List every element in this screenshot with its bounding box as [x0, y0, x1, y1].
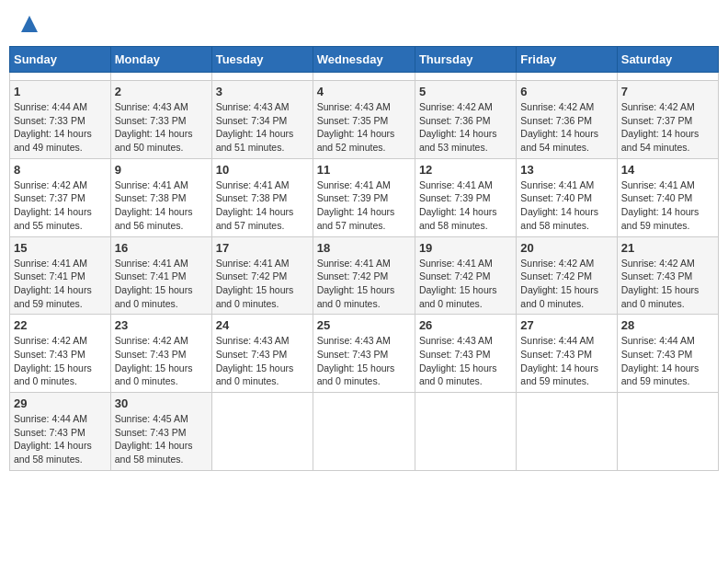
- calendar-cell: 6Sunrise: 4:42 AM Sunset: 7:36 PM Daylig…: [517, 81, 617, 159]
- day-info: Sunrise: 4:42 AM Sunset: 7:43 PM Dayligh…: [115, 334, 208, 388]
- calendar-cell: 3Sunrise: 4:43 AM Sunset: 7:34 PM Daylig…: [211, 81, 313, 159]
- day-info: Sunrise: 4:41 AM Sunset: 7:39 PM Dayligh…: [419, 178, 512, 233]
- day-number: 28: [621, 318, 714, 332]
- calendar-cell: 17Sunrise: 4:41 AM Sunset: 7:42 PM Dayli…: [211, 236, 313, 315]
- calendar-cell: 30Sunrise: 4:45 AM Sunset: 7:43 PM Dayli…: [110, 393, 211, 471]
- day-info: Sunrise: 4:43 AM Sunset: 7:34 PM Dayligh…: [216, 100, 309, 155]
- day-number: 21: [621, 241, 714, 255]
- calendar-cell: 29Sunrise: 4:44 AM Sunset: 7:43 PM Dayli…: [10, 393, 111, 471]
- calendar-cell: 22Sunrise: 4:42 AM Sunset: 7:43 PM Dayli…: [10, 315, 111, 393]
- day-number: 24: [216, 318, 309, 332]
- day-number: 13: [520, 163, 612, 177]
- day-header-friday: Friday: [517, 47, 617, 73]
- day-info: Sunrise: 4:42 AM Sunset: 7:42 PM Dayligh…: [520, 257, 612, 311]
- calendar-cell: [415, 73, 516, 81]
- day-number: 19: [419, 241, 512, 255]
- day-number: 15: [14, 241, 107, 255]
- day-number: 3: [216, 85, 309, 98]
- day-header-tuesday: Tuesday: [211, 47, 313, 73]
- calendar-cell: 18Sunrise: 4:41 AM Sunset: 7:42 PM Dayli…: [313, 236, 415, 315]
- day-header-saturday: Saturday: [617, 47, 718, 73]
- day-header-monday: Monday: [110, 47, 211, 73]
- calendar-cell: 23Sunrise: 4:42 AM Sunset: 7:43 PM Dayli…: [110, 315, 211, 393]
- calendar-cell: [211, 73, 313, 81]
- day-info: Sunrise: 4:43 AM Sunset: 7:43 PM Dayligh…: [419, 334, 512, 388]
- svg-marker-0: [21, 16, 38, 32]
- day-info: Sunrise: 4:44 AM Sunset: 7:43 PM Dayligh…: [520, 334, 612, 388]
- day-info: Sunrise: 4:41 AM Sunset: 7:42 PM Dayligh…: [216, 257, 309, 311]
- day-info: Sunrise: 4:41 AM Sunset: 7:39 PM Dayligh…: [317, 178, 411, 233]
- calendar-cell: [313, 393, 415, 471]
- day-number: 17: [216, 241, 309, 255]
- day-info: Sunrise: 4:41 AM Sunset: 7:38 PM Dayligh…: [216, 178, 309, 233]
- calendar-cell: [211, 393, 313, 471]
- day-info: Sunrise: 4:42 AM Sunset: 7:36 PM Dayligh…: [520, 100, 612, 155]
- calendar-cell: [617, 393, 718, 471]
- day-number: 26: [419, 318, 512, 332]
- day-number: 4: [317, 85, 411, 98]
- day-number: 11: [317, 163, 411, 177]
- day-number: 6: [520, 85, 612, 98]
- day-number: 8: [14, 163, 107, 177]
- day-info: Sunrise: 4:43 AM Sunset: 7:33 PM Dayligh…: [115, 100, 208, 155]
- calendar-cell: [313, 73, 415, 81]
- calendar-cell: 24Sunrise: 4:43 AM Sunset: 7:43 PM Dayli…: [211, 315, 313, 393]
- day-info: Sunrise: 4:42 AM Sunset: 7:37 PM Dayligh…: [621, 100, 714, 155]
- calendar-cell: 19Sunrise: 4:41 AM Sunset: 7:42 PM Dayli…: [415, 236, 516, 315]
- calendar-cell: 15Sunrise: 4:41 AM Sunset: 7:41 PM Dayli…: [10, 236, 111, 315]
- calendar-cell: 14Sunrise: 4:41 AM Sunset: 7:40 PM Dayli…: [617, 158, 718, 236]
- day-info: Sunrise: 4:41 AM Sunset: 7:40 PM Dayligh…: [520, 178, 612, 233]
- calendar-cell: 5Sunrise: 4:42 AM Sunset: 7:36 PM Daylig…: [415, 81, 516, 159]
- calendar-cell: 2Sunrise: 4:43 AM Sunset: 7:33 PM Daylig…: [110, 81, 211, 159]
- day-number: 12: [419, 163, 512, 177]
- day-number: 1: [14, 85, 107, 98]
- day-info: Sunrise: 4:44 AM Sunset: 7:43 PM Dayligh…: [14, 412, 107, 466]
- calendar-cell: [10, 73, 111, 81]
- day-header-sunday: Sunday: [10, 47, 111, 73]
- day-info: Sunrise: 4:41 AM Sunset: 7:42 PM Dayligh…: [317, 257, 411, 311]
- day-header-wednesday: Wednesday: [313, 47, 415, 73]
- day-info: Sunrise: 4:43 AM Sunset: 7:43 PM Dayligh…: [216, 334, 309, 388]
- day-number: 10: [216, 163, 309, 177]
- calendar-cell: 27Sunrise: 4:44 AM Sunset: 7:43 PM Dayli…: [517, 315, 617, 393]
- calendar-cell: 10Sunrise: 4:41 AM Sunset: 7:38 PM Dayli…: [211, 158, 313, 236]
- day-info: Sunrise: 4:45 AM Sunset: 7:43 PM Dayligh…: [115, 412, 208, 466]
- day-number: 22: [14, 318, 107, 332]
- calendar-cell: 8Sunrise: 4:42 AM Sunset: 7:37 PM Daylig…: [10, 158, 111, 236]
- day-number: 14: [621, 163, 714, 177]
- day-info: Sunrise: 4:42 AM Sunset: 7:36 PM Dayligh…: [419, 100, 512, 155]
- calendar-cell: 7Sunrise: 4:42 AM Sunset: 7:37 PM Daylig…: [617, 81, 718, 159]
- day-number: 20: [520, 241, 612, 255]
- calendar-cell: 26Sunrise: 4:43 AM Sunset: 7:43 PM Dayli…: [415, 315, 516, 393]
- day-info: Sunrise: 4:41 AM Sunset: 7:41 PM Dayligh…: [115, 257, 208, 311]
- calendar-cell: 28Sunrise: 4:44 AM Sunset: 7:43 PM Dayli…: [617, 315, 718, 393]
- calendar-cell: 1Sunrise: 4:44 AM Sunset: 7:33 PM Daylig…: [10, 81, 111, 159]
- day-info: Sunrise: 4:42 AM Sunset: 7:43 PM Dayligh…: [621, 257, 714, 311]
- calendar-cell: 12Sunrise: 4:41 AM Sunset: 7:39 PM Dayli…: [415, 158, 516, 236]
- day-info: Sunrise: 4:41 AM Sunset: 7:38 PM Dayligh…: [115, 178, 208, 233]
- logo-icon: [19, 14, 40, 34]
- day-number: 2: [115, 85, 208, 98]
- day-number: 23: [115, 318, 208, 332]
- calendar-cell: 4Sunrise: 4:43 AM Sunset: 7:35 PM Daylig…: [313, 81, 415, 159]
- calendar-cell: 20Sunrise: 4:42 AM Sunset: 7:42 PM Dayli…: [517, 236, 617, 315]
- calendar-cell: 13Sunrise: 4:41 AM Sunset: 7:40 PM Dayli…: [517, 158, 617, 236]
- day-number: 16: [115, 241, 208, 255]
- calendar-cell: [517, 73, 617, 81]
- calendar-cell: 16Sunrise: 4:41 AM Sunset: 7:41 PM Dayli…: [110, 236, 211, 315]
- day-info: Sunrise: 4:44 AM Sunset: 7:33 PM Dayligh…: [14, 100, 107, 155]
- day-info: Sunrise: 4:44 AM Sunset: 7:43 PM Dayligh…: [621, 334, 714, 388]
- day-info: Sunrise: 4:41 AM Sunset: 7:42 PM Dayligh…: [419, 257, 512, 311]
- calendar-cell: 9Sunrise: 4:41 AM Sunset: 7:38 PM Daylig…: [110, 158, 211, 236]
- calendar-cell: [517, 393, 617, 471]
- calendar-cell: [415, 393, 516, 471]
- calendar-table: SundayMondayTuesdayWednesdayThursdayFrid…: [9, 46, 719, 471]
- day-number: 5: [419, 85, 512, 98]
- day-info: Sunrise: 4:42 AM Sunset: 7:43 PM Dayligh…: [14, 334, 107, 388]
- day-number: 30: [115, 396, 208, 410]
- day-info: Sunrise: 4:41 AM Sunset: 7:40 PM Dayligh…: [621, 178, 714, 233]
- day-info: Sunrise: 4:43 AM Sunset: 7:35 PM Dayligh…: [317, 100, 411, 155]
- calendar-cell: 21Sunrise: 4:42 AM Sunset: 7:43 PM Dayli…: [617, 236, 718, 315]
- day-info: Sunrise: 4:41 AM Sunset: 7:41 PM Dayligh…: [14, 257, 107, 311]
- day-info: Sunrise: 4:42 AM Sunset: 7:37 PM Dayligh…: [14, 178, 107, 233]
